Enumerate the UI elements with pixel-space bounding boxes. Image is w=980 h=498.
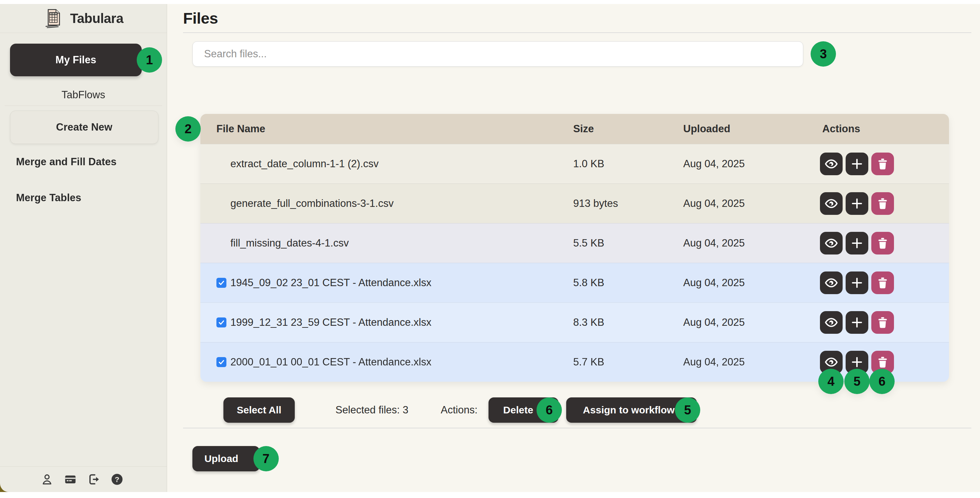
search-input[interactable] bbox=[192, 41, 803, 67]
files-table: File Name Size Uploaded Actions 2 extrac… bbox=[200, 114, 949, 382]
top-strip bbox=[0, 0, 980, 4]
delete-file-button[interactable] bbox=[871, 271, 894, 294]
row-actions bbox=[804, 232, 949, 254]
checkbox-slot bbox=[216, 317, 231, 327]
annotation-badge-3: 3 bbox=[811, 41, 836, 67]
file-name: 1945_09_02 23_01 CEST - Attendance.xlsx bbox=[231, 277, 431, 289]
file-name: 1999_12_31 23_59 CEST - Attendance.xlsx bbox=[231, 316, 431, 328]
row-checkbox-checked[interactable] bbox=[216, 357, 226, 367]
create-new-button[interactable]: Create New bbox=[10, 111, 158, 144]
file-size: 913 bytes bbox=[564, 198, 674, 209]
add-to-workflow-button[interactable] bbox=[846, 311, 868, 334]
file-uploaded: Aug 04, 2025 bbox=[674, 356, 804, 368]
view-file-button[interactable] bbox=[820, 152, 843, 175]
add-to-workflow-button[interactable] bbox=[846, 152, 868, 175]
eye-icon bbox=[824, 276, 838, 290]
eye-icon bbox=[824, 157, 838, 171]
row-actions bbox=[804, 152, 949, 175]
eye-icon bbox=[824, 355, 838, 369]
table-row[interactable]: fill_missing_dates-4-1.csv 5.5 KB Aug 04… bbox=[200, 223, 949, 263]
add-to-workflow-button[interactable] bbox=[846, 192, 868, 215]
eye-icon bbox=[824, 197, 838, 211]
upload-button[interactable]: Upload 7 bbox=[192, 446, 260, 471]
sidebar-item-merge-and-fill-dates[interactable]: Merge and Fill Dates bbox=[16, 156, 167, 168]
file-size: 5.8 KB bbox=[564, 277, 674, 289]
row-actions bbox=[804, 271, 949, 294]
app-window: Tabulara My Files 1 TabFlows Create New … bbox=[0, 4, 980, 492]
annotation-badge-4: 4 bbox=[818, 369, 844, 394]
annotation-badge-5: 5 bbox=[844, 369, 870, 394]
search-row: 3 bbox=[192, 41, 980, 67]
table-header: File Name Size Uploaded Actions 2 bbox=[200, 114, 949, 144]
actions-label: Actions: bbox=[441, 404, 477, 416]
column-header-file-name: File Name bbox=[200, 123, 564, 135]
file-uploaded: Aug 04, 2025 bbox=[674, 198, 804, 209]
column-header-actions: Actions bbox=[804, 123, 949, 135]
row-checkbox-checked[interactable] bbox=[216, 317, 226, 327]
eye-icon bbox=[824, 236, 838, 250]
annotation-badge-2: 2 bbox=[175, 116, 201, 141]
credit-card-icon[interactable] bbox=[64, 473, 77, 486]
column-header-size: Size bbox=[564, 123, 674, 135]
delete-file-button[interactable] bbox=[871, 311, 894, 334]
user-icon[interactable] bbox=[41, 473, 53, 486]
file-size: 5.7 KB bbox=[564, 356, 674, 368]
annotation-badge-1: 1 bbox=[137, 47, 162, 73]
assign-to-workflow-button[interactable]: Assign to workflow 5 bbox=[566, 397, 697, 423]
row-actions bbox=[804, 192, 949, 215]
select-all-button[interactable]: Select All bbox=[223, 397, 295, 423]
plus-icon bbox=[850, 157, 864, 171]
row-actions bbox=[804, 311, 949, 334]
sidebar-item-merge-tables[interactable]: Merge Tables bbox=[16, 192, 167, 204]
delete-selected-button[interactable]: Delete 6 bbox=[488, 397, 558, 423]
delete-file-button[interactable] bbox=[871, 232, 894, 254]
trash-icon bbox=[876, 355, 889, 369]
view-file-button[interactable] bbox=[820, 311, 843, 334]
sidebar-spacer bbox=[0, 204, 167, 466]
plus-icon bbox=[850, 236, 864, 250]
delete-file-button[interactable] bbox=[871, 192, 894, 215]
create-new-label: Create New bbox=[56, 121, 112, 133]
plus-icon bbox=[850, 276, 864, 290]
table-row[interactable]: extract_date_column-1-1 (2).csv 1.0 KB A… bbox=[200, 144, 949, 184]
upload-label: Upload bbox=[204, 453, 239, 464]
trash-icon bbox=[876, 236, 889, 250]
log-out-icon[interactable] bbox=[88, 473, 100, 486]
checkbox-slot bbox=[216, 278, 231, 288]
view-file-button[interactable] bbox=[820, 232, 843, 254]
file-name: 2000_01_01 00_01 CEST - Attendance.xlsx bbox=[231, 356, 431, 368]
my-files-label: My Files bbox=[55, 54, 96, 66]
file-name: fill_missing_dates-4-1.csv bbox=[231, 237, 349, 249]
row-checkbox-checked[interactable] bbox=[216, 278, 226, 288]
annotation-badge-6: 6 bbox=[869, 369, 895, 394]
file-uploaded: Aug 04, 2025 bbox=[674, 277, 804, 289]
sidebar-footer: ? bbox=[0, 466, 167, 492]
selection-controls: Select All Selected files: 3 Actions: De… bbox=[223, 397, 980, 423]
plus-icon bbox=[850, 355, 864, 369]
trash-icon bbox=[876, 316, 889, 330]
view-file-button[interactable] bbox=[820, 192, 843, 215]
file-uploaded: Aug 04, 2025 bbox=[674, 237, 804, 249]
add-to-workflow-button[interactable] bbox=[846, 271, 868, 294]
help-icon[interactable]: ? bbox=[111, 473, 123, 486]
annotation-badge-7: 7 bbox=[253, 446, 279, 471]
sidebar-divider bbox=[5, 106, 162, 106]
footer-divider bbox=[183, 428, 971, 428]
delete-file-button[interactable] bbox=[871, 152, 894, 175]
upload-row: Upload 7 bbox=[192, 446, 980, 471]
help-glyph: ? bbox=[115, 475, 119, 484]
file-name: generate_full_combinations-3-1.csv bbox=[231, 198, 393, 209]
view-file-button[interactable] bbox=[820, 271, 843, 294]
checkbox-slot bbox=[216, 357, 231, 367]
table-row[interactable]: 1945_09_02 23_01 CEST - Attendance.xlsx … bbox=[200, 263, 949, 303]
main-content: Files 3 File Name Size Uploaded Actions … bbox=[167, 4, 980, 492]
file-size: 1.0 KB bbox=[564, 158, 674, 170]
file-name: extract_date_column-1-1 (2).csv bbox=[231, 158, 379, 170]
trash-icon bbox=[876, 276, 889, 290]
trash-icon bbox=[876, 197, 889, 211]
sidebar: Tabulara My Files 1 TabFlows Create New … bbox=[0, 4, 167, 492]
sidebar-item-my-files[interactable]: My Files 1 bbox=[10, 44, 142, 76]
table-row[interactable]: 1999_12_31 23_59 CEST - Attendance.xlsx … bbox=[200, 303, 949, 342]
add-to-workflow-button[interactable] bbox=[846, 232, 868, 254]
table-row[interactable]: generate_full_combinations-3-1.csv 913 b… bbox=[200, 184, 949, 223]
